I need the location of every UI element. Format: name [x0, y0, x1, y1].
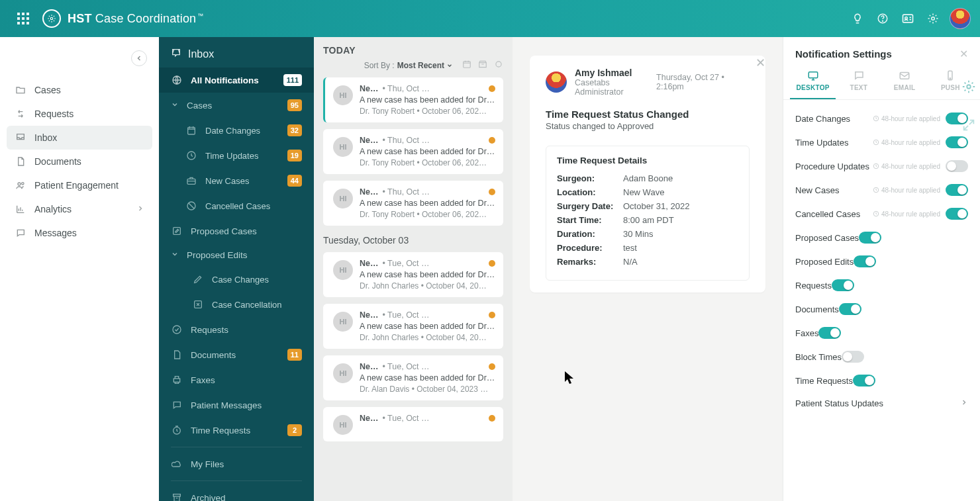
- avatar[interactable]: [950, 8, 971, 29]
- rule-note: 48-hour rule applied: [873, 163, 940, 170]
- nav-item-cases[interactable]: Cases: [7, 78, 152, 102]
- nav-item-requests[interactable]: Requests: [7, 102, 152, 126]
- inbox-cat-proposed-cases[interactable]: Proposed Cases: [159, 218, 314, 244]
- toggle[interactable]: [946, 160, 968, 172]
- card-avatar: HI: [333, 363, 353, 383]
- toggle[interactable]: [946, 184, 968, 196]
- detail-field: Location:New Wave: [557, 187, 738, 197]
- notification-card[interactable]: HI Ne… • Tue, Oct …: [323, 407, 503, 441]
- detail-field: Remarks:N/A: [557, 257, 738, 267]
- feed-today-heading: TODAY: [323, 45, 503, 56]
- collapse-nav-button[interactable]: [131, 50, 147, 66]
- inbox-cat-proposed-edits[interactable]: Proposed Edits: [159, 244, 314, 267]
- settings-row-time-requests: Time Requests: [795, 369, 968, 392]
- svg-point-15: [18, 183, 21, 185]
- help-icon[interactable]: [871, 7, 894, 30]
- sort-selector[interactable]: Most Recent: [397, 61, 453, 70]
- card-avatar: HI: [333, 415, 353, 435]
- notification-card[interactable]: HI Ne… • Tue, Oct … A new case has been …: [323, 304, 503, 349]
- chat-icon: [171, 399, 183, 411]
- card-avatar: HI: [333, 85, 353, 105]
- clock-icon: [185, 150, 197, 161]
- svg-rect-5: [26, 17, 29, 20]
- toggle[interactable]: [832, 279, 854, 291]
- svg-point-33: [950, 78, 952, 79]
- inbox-cat-case-changes[interactable]: Case Changes: [159, 267, 314, 292]
- lightbulb-icon[interactable]: [846, 7, 869, 30]
- svg-rect-20: [187, 179, 195, 184]
- settings-row-procedure-updates: Procedure Updates48-hour rule applied: [795, 154, 968, 178]
- nav-item-documents[interactable]: Documents: [7, 150, 152, 173]
- toggle[interactable]: [839, 303, 861, 315]
- card-subject: A new case has been added for Dr…: [360, 147, 495, 156]
- settings-tab-text[interactable]: TEXT: [836, 66, 881, 99]
- toggle[interactable]: [853, 375, 875, 387]
- inbox-cat-cancelled-cases[interactable]: Cancelled Cases: [159, 193, 314, 218]
- toggle[interactable]: [946, 208, 968, 220]
- nav-item-messages[interactable]: Messages: [7, 221, 152, 245]
- card-time: • Tue, Oct …: [382, 362, 429, 371]
- nav-item-analytics[interactable]: Analytics: [7, 197, 152, 221]
- id-card-icon[interactable]: [897, 7, 919, 30]
- apps-grid-icon[interactable]: [12, 7, 34, 30]
- card-sender: Ne…: [360, 136, 378, 145]
- close-settings-button[interactable]: ✕: [959, 48, 968, 60]
- toggle[interactable]: [818, 327, 841, 339]
- top-bar: HST Case Coordination™: [0, 0, 980, 37]
- sort-by-label: Sort By :: [364, 61, 395, 70]
- toggle[interactable]: [854, 255, 876, 267]
- card-time: • Tue, Oct …: [382, 259, 429, 268]
- notification-card[interactable]: HI Ne… • Thu, Oct … A new case has been …: [323, 77, 503, 122]
- inbox-cat-time-updates[interactable]: Time Updates19: [159, 143, 314, 168]
- toggle[interactable]: [946, 136, 968, 148]
- inbox-cat-archived[interactable]: Archived: [159, 485, 314, 501]
- inbox-cat-patient-messages[interactable]: Patient Messages: [159, 392, 314, 418]
- close-detail-button[interactable]: ✕: [756, 56, 765, 70]
- circle-icon[interactable]: [494, 60, 503, 71]
- inbox-cat-date-changes[interactable]: Date Changes32: [159, 118, 314, 143]
- notification-card[interactable]: HI Ne… • Thu, Oct … A new case has been …: [323, 181, 503, 226]
- settings-row-time-updates: Time Updates48-hour rule applied: [795, 130, 968, 154]
- toggle[interactable]: [859, 232, 881, 244]
- svg-rect-22: [173, 228, 181, 235]
- inbox-cat-requests[interactable]: Requests: [159, 317, 314, 342]
- chevron-right-icon[interactable]: [960, 398, 968, 408]
- gear-icon[interactable]: [922, 7, 944, 30]
- rule-note: 48-hour rule applied: [873, 187, 940, 194]
- card-sender: Ne…: [360, 362, 378, 371]
- settings-tab-email[interactable]: EMAIL: [882, 66, 928, 99]
- svg-rect-27: [173, 494, 181, 496]
- brand-icon: [42, 9, 61, 28]
- inbox-cat-all-notifications[interactable]: All Notifications111: [159, 68, 314, 93]
- calendar-icon[interactable]: [462, 60, 471, 71]
- toggle[interactable]: [842, 351, 864, 363]
- divider: [171, 447, 302, 447]
- notification-card[interactable]: HI Ne… • Tue, Oct … A new case has been …: [323, 355, 503, 400]
- archive-icon[interactable]: [478, 60, 487, 71]
- expand-icon[interactable]: [961, 118, 976, 132]
- notification-card[interactable]: HI Ne… • Thu, Oct … A new case has been …: [323, 129, 503, 174]
- detail-field: Procedure:test: [557, 243, 738, 253]
- inbox-cat-cases[interactable]: Cases95: [159, 93, 314, 118]
- inbox-cat-my-files[interactable]: My Files: [159, 451, 314, 477]
- inbox-cat-case-cancellation[interactable]: Case Cancellation: [159, 292, 314, 317]
- inbox-cat-documents[interactable]: Documents11: [159, 342, 314, 367]
- badge: 95: [287, 99, 302, 111]
- card-meta: Dr. John Charles • October 04, 20…: [360, 281, 495, 291]
- inbox-cat-new-cases[interactable]: New Cases44: [159, 168, 314, 193]
- card-subject: A new case has been added for Dr…: [360, 322, 495, 331]
- detail-timestamp: Thursday, Oct 27 • 2:16pm: [656, 73, 750, 91]
- nav-item-patient-engagement[interactable]: Patient Engagement: [7, 173, 152, 197]
- inbox-cat-time-requests[interactable]: Time Requests2: [159, 418, 314, 443]
- nav-item-inbox[interactable]: Inbox: [7, 126, 152, 150]
- calendar-icon: [185, 124, 197, 136]
- settings-tab-desktop[interactable]: DESKTOP: [790, 66, 836, 99]
- settings-gear-icon[interactable]: [961, 79, 976, 94]
- detail-person-role: Casetabs Administrator: [575, 78, 656, 97]
- card-time: • Tue, Oct …: [382, 414, 429, 423]
- notification-card[interactable]: HI Ne… • Tue, Oct … A new case has been …: [323, 252, 503, 297]
- inbox-cat-faxes[interactable]: Faxes: [159, 367, 314, 392]
- pencil-icon: [192, 273, 204, 285]
- svg-rect-2: [26, 13, 29, 15]
- chevron-down-icon: [171, 101, 180, 111]
